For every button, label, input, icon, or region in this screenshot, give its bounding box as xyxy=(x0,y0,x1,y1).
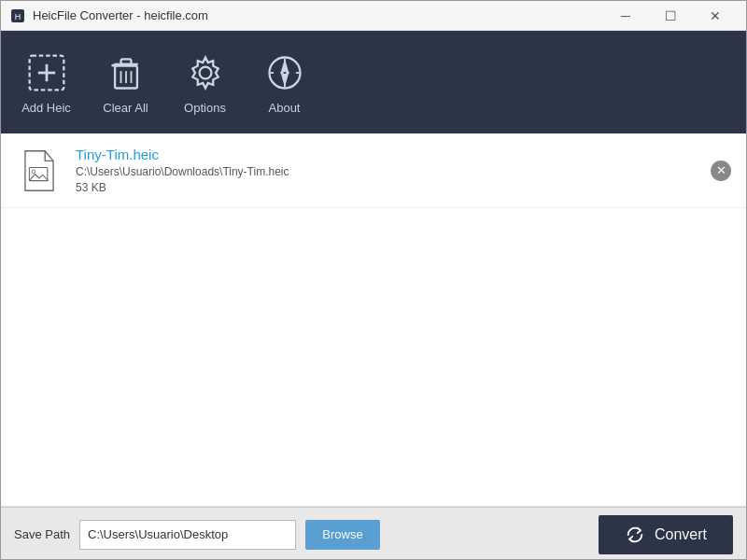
app-title: HeicFile Converter - heicfile.com xyxy=(33,8,208,22)
file-size: 53 KB xyxy=(76,181,289,194)
maximize-button[interactable]: ☐ xyxy=(649,5,692,27)
svg-rect-20 xyxy=(29,167,47,180)
svg-text:H: H xyxy=(15,12,21,21)
options-label: Options xyxy=(184,101,226,115)
clear-all-label: Clear All xyxy=(103,101,148,115)
toolbar-item-add-heic[interactable]: Add Heic xyxy=(16,50,77,115)
svg-marker-15 xyxy=(281,73,288,85)
main-content: Tiny-Tim.heic C:\Users\Usuario\Downloads… xyxy=(1,133,746,507)
title-bar-controls: ─ ☐ ✕ xyxy=(604,5,737,27)
file-name: Tiny-Tim.heic xyxy=(76,147,289,162)
svg-rect-7 xyxy=(120,59,131,64)
toolbar: Add Heic Clear All xyxy=(1,31,746,133)
toolbar-item-clear-all[interactable]: Clear All xyxy=(95,50,156,115)
gear-icon xyxy=(183,50,228,95)
svg-marker-14 xyxy=(281,61,288,73)
bottom-bar: Save Path Browse Convert xyxy=(1,507,746,560)
add-icon xyxy=(24,50,69,95)
file-info: Tiny-Tim.heic C:\Users\Usuario\Downloads… xyxy=(76,147,289,194)
file-icon xyxy=(16,147,63,194)
app-icon: H xyxy=(10,8,25,23)
toolbar-item-options[interactable]: Options xyxy=(175,50,235,115)
add-heic-label: Add Heic xyxy=(21,101,71,115)
compass-icon xyxy=(262,50,307,95)
browse-button[interactable]: Browse xyxy=(305,520,379,550)
svg-point-12 xyxy=(199,66,211,78)
title-bar-left: H HeicFile Converter - heicfile.com xyxy=(10,8,208,23)
remove-file-button[interactable]: ✕ xyxy=(711,161,731,181)
about-label: About xyxy=(269,101,301,115)
toolbar-item-about[interactable]: About xyxy=(254,50,315,115)
svg-point-21 xyxy=(32,170,35,174)
save-path-label: Save Path xyxy=(14,527,70,541)
table-row: Tiny-Tim.heic C:\Users\Usuario\Downloads… xyxy=(1,133,746,208)
save-path-input[interactable] xyxy=(79,520,296,550)
minimize-button[interactable]: ─ xyxy=(604,5,647,27)
convert-label: Convert xyxy=(655,526,707,543)
close-button[interactable]: ✕ xyxy=(694,5,737,27)
convert-button[interactable]: Convert xyxy=(599,515,733,554)
file-path: C:\Users\Usuario\Downloads\Tiny-Tim.heic xyxy=(76,165,289,178)
title-bar: H HeicFile Converter - heicfile.com ─ ☐ … xyxy=(1,1,746,31)
convert-icon xyxy=(625,525,645,545)
trash-icon xyxy=(104,50,148,95)
